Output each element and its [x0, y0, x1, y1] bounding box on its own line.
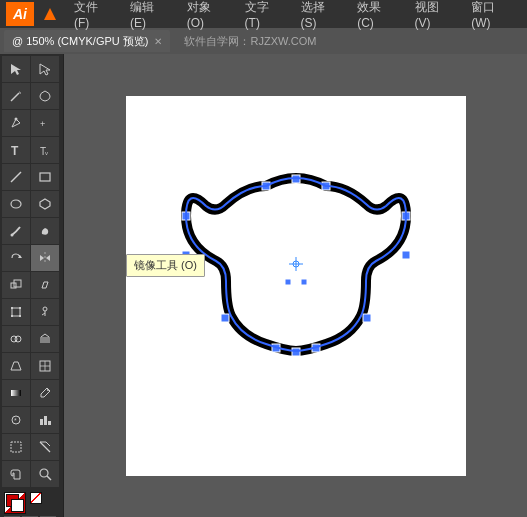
mesh-tool[interactable]	[31, 353, 59, 379]
fill-stroke-swatch[interactable]	[4, 492, 26, 514]
svg-rect-36	[44, 416, 47, 425]
title-bar: Ai 文件(F) 编辑(E) 对象(O) 文字(T) 选择(S) 效果(C) 视…	[0, 0, 527, 28]
selection-tool[interactable]	[2, 56, 30, 82]
tool-row-10	[2, 299, 61, 325]
none-swatch[interactable]	[30, 492, 42, 504]
shape-builder-tool[interactable]	[2, 326, 30, 352]
gradient-tool[interactable]	[2, 380, 30, 406]
tab-site-label: 软件自学网：RJZXW.COM	[184, 34, 316, 49]
ellipse-tool[interactable]	[2, 191, 30, 217]
svg-rect-47	[221, 314, 229, 322]
free-transform-tool[interactable]	[2, 299, 30, 325]
tab-bar: @ 150% (CMYK/GPU 预览) ✕ 软件自学网：RJZXW.COM	[0, 28, 527, 54]
tab-active[interactable]: @ 150% (CMYK/GPU 预览) ✕	[4, 30, 170, 52]
menu-object[interactable]: 对象(O)	[179, 0, 235, 32]
svg-point-3	[15, 118, 18, 121]
svg-rect-9	[40, 173, 50, 181]
rotate-tool[interactable]	[2, 245, 30, 271]
svg-rect-38	[11, 442, 21, 452]
blob-brush-tool[interactable]	[31, 218, 59, 244]
color-swatch-area	[2, 488, 61, 517]
lasso-tool[interactable]	[31, 83, 59, 109]
tab-close-icon[interactable]: ✕	[154, 36, 162, 47]
svg-rect-19	[19, 307, 21, 309]
tool-row-14: *	[2, 407, 61, 433]
tool-row-7	[2, 218, 61, 244]
menu-text[interactable]: 文字(T)	[237, 0, 291, 32]
artboard-tool[interactable]	[2, 434, 30, 460]
svg-rect-57	[285, 279, 291, 285]
menu-select[interactable]: 选择(S)	[293, 0, 348, 32]
slice-tool[interactable]	[31, 434, 59, 460]
tool-row-4: T Tv	[2, 137, 61, 163]
menu-file[interactable]: 文件(F)	[66, 0, 120, 32]
tool-row-2	[2, 83, 61, 109]
ai-logo: Ai	[6, 2, 34, 26]
menu-view[interactable]: 视图(V)	[407, 0, 462, 32]
menu-window[interactable]: 窗口(W)	[463, 0, 521, 32]
tab-label: @ 150% (CMYK/GPU 预览)	[12, 34, 148, 49]
menu-effect[interactable]: 效果(C)	[349, 0, 404, 32]
svg-text:T: T	[11, 144, 19, 157]
perspective-tool[interactable]	[2, 353, 30, 379]
svg-rect-18	[11, 307, 13, 309]
app-icon	[40, 4, 60, 24]
add-anchor-tool[interactable]: +	[31, 110, 59, 136]
tool-row-16	[2, 461, 61, 487]
left-toolbar: + T Tv	[0, 54, 64, 517]
text-tool[interactable]: T	[2, 137, 30, 163]
shape-canvas	[126, 96, 466, 476]
hand-tool[interactable]	[2, 461, 30, 487]
touch-type-tool[interactable]: Tv	[31, 137, 59, 163]
paintbrush-tool[interactable]	[2, 218, 30, 244]
magic-wand-tool[interactable]	[2, 83, 30, 109]
tool-row-11	[2, 326, 61, 352]
svg-rect-37	[48, 421, 51, 425]
tool-row-6	[2, 191, 61, 217]
svg-text:v: v	[45, 150, 48, 156]
svg-point-10	[11, 200, 21, 208]
svg-rect-17	[12, 308, 20, 316]
tool-row-13	[2, 380, 61, 406]
svg-rect-53	[402, 251, 410, 259]
tool-row-5	[2, 164, 61, 190]
rect-tool[interactable]	[31, 164, 59, 190]
line-tool[interactable]	[2, 164, 30, 190]
svg-marker-11	[40, 199, 50, 209]
live-paint-tool[interactable]	[31, 326, 59, 352]
menu-bar: 文件(F) 编辑(E) 对象(O) 文字(T) 选择(S) 效果(C) 视图(V…	[66, 0, 521, 32]
direct-select-tool[interactable]	[31, 56, 59, 82]
svg-rect-27	[40, 337, 50, 343]
eyedropper-tool[interactable]	[31, 380, 59, 406]
tool-row-12	[2, 353, 61, 379]
svg-line-41	[47, 476, 51, 480]
pen-tool[interactable]	[2, 110, 30, 136]
tool-row-15	[2, 434, 61, 460]
shear-tool[interactable]	[31, 272, 59, 298]
svg-point-12	[11, 234, 14, 237]
svg-text:+: +	[40, 119, 45, 129]
zoom-tool[interactable]	[31, 461, 59, 487]
scale-tool[interactable]	[2, 272, 30, 298]
svg-rect-20	[11, 315, 13, 317]
reflect-tool[interactable]	[31, 245, 59, 271]
puppet-warp-tool[interactable]	[31, 299, 59, 325]
svg-line-1	[11, 93, 19, 101]
tooltip: 镜像工具 (O)	[126, 254, 205, 277]
symbol-tool[interactable]: *	[2, 407, 30, 433]
tool-row-3: +	[2, 110, 61, 136]
polygon-tool[interactable]	[31, 191, 59, 217]
svg-line-39	[40, 442, 50, 452]
svg-rect-58	[301, 279, 307, 285]
menu-edit[interactable]: 编辑(E)	[122, 0, 177, 32]
svg-line-8	[11, 172, 21, 182]
tool-row-9	[2, 272, 61, 298]
column-graph-tool[interactable]	[31, 407, 59, 433]
canvas-area: 镜像工具 (O)	[64, 54, 527, 517]
svg-rect-31	[11, 390, 21, 396]
svg-point-40	[40, 469, 48, 477]
svg-rect-21	[19, 315, 21, 317]
main-layout: + T Tv	[0, 54, 527, 517]
svg-marker-0	[44, 8, 56, 20]
svg-text:*: *	[14, 417, 17, 424]
